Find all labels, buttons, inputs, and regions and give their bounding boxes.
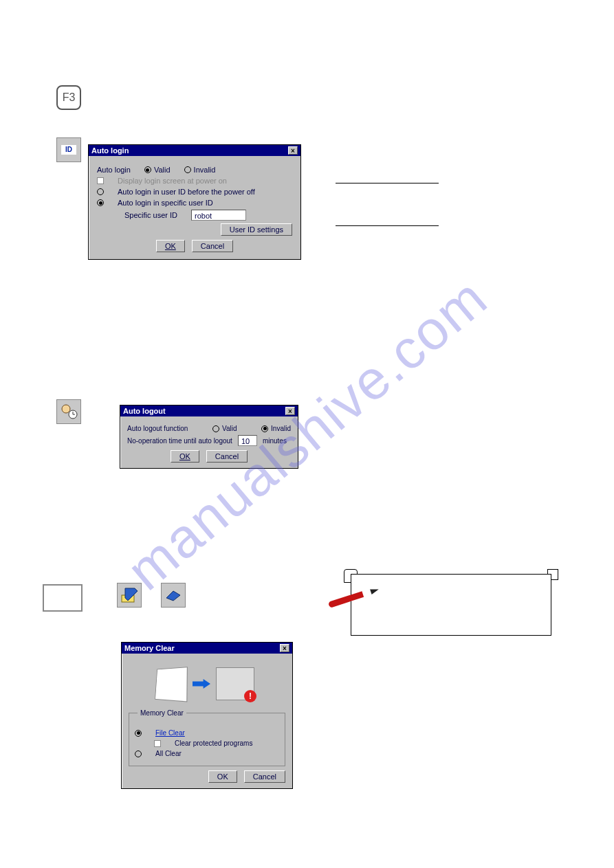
all-clear-radio[interactable] <box>135 750 142 757</box>
clear-protected-checkbox[interactable] <box>154 740 161 747</box>
svg-point-0 <box>62 405 70 413</box>
edit-config-icon <box>117 583 142 608</box>
specific-user-label: Auto login in specific user ID <box>118 199 213 207</box>
blank-panel-icon <box>43 584 83 612</box>
auto-login-label: Auto login <box>97 166 131 174</box>
id-icon-label: ID <box>61 145 76 155</box>
note-box <box>351 574 551 636</box>
invalid-radio[interactable] <box>261 425 268 432</box>
close-icon[interactable]: × <box>288 146 298 155</box>
memory-clear-illustration: ! <box>129 659 280 709</box>
user-id-settings-button[interactable]: User ID settings <box>221 223 292 236</box>
f3-key-icon: F3 <box>56 85 81 110</box>
before-poweroff-label: Auto login in user ID before the power o… <box>118 188 255 196</box>
valid-radio[interactable] <box>144 166 151 173</box>
close-icon[interactable]: × <box>280 644 289 652</box>
id-icon: ID <box>56 137 81 162</box>
ok-button[interactable]: OK <box>156 240 185 252</box>
ok-button[interactable]: OK <box>208 770 237 783</box>
display-poweron-checkbox <box>97 177 104 184</box>
invalid-label: Invalid <box>271 425 291 432</box>
close-icon[interactable]: × <box>285 407 295 415</box>
group-label: Memory Clear <box>138 709 186 717</box>
memory-clear-group: Memory Clear File Clear Clear protected … <box>129 713 285 766</box>
warning-icon: ! <box>244 690 256 702</box>
dialog-titlebar: Memory Clear × <box>122 643 292 654</box>
annotation-line <box>336 225 439 234</box>
file-clear-label[interactable]: File Clear <box>155 729 185 737</box>
controller-box-icon <box>155 667 188 702</box>
auto-logout-icon <box>56 399 81 424</box>
clear-protected-label: Clear protected programs <box>175 739 252 747</box>
display-poweron-label: Display login screen at power on <box>118 177 227 185</box>
specific-user-id-input[interactable]: robot <box>191 210 246 221</box>
all-clear-label: All Clear <box>155 750 182 757</box>
cancel-button[interactable]: Cancel <box>244 770 285 783</box>
arrow-right-icon <box>193 679 210 689</box>
clock-user-icon <box>59 402 78 421</box>
dialog-titlebar: Auto logout × <box>120 405 298 416</box>
auto-logout-dialog: Auto logout × Auto logout function Valid… <box>120 405 298 469</box>
valid-label: Valid <box>154 166 171 174</box>
minutes-label: minutes <box>263 437 287 445</box>
specific-user-id-label: Specific user ID <box>124 211 177 219</box>
dialog-titlebar: Auto login × <box>89 145 300 156</box>
cancel-button[interactable]: Cancel <box>192 240 233 252</box>
annotation-line <box>336 183 439 191</box>
dialog-title: Auto login <box>91 146 129 155</box>
ok-button[interactable]: OK <box>171 450 199 463</box>
before-poweroff-radio[interactable] <box>97 188 104 195</box>
auto-login-dialog: Auto login × Auto login Valid Invalid Di… <box>88 144 301 260</box>
svg-marker-6 <box>166 591 180 601</box>
valid-radio[interactable] <box>212 425 219 432</box>
noop-time-label: No-operation time until auto logout <box>127 437 232 445</box>
cancel-button[interactable]: Cancel <box>206 450 248 463</box>
memory-clear-dialog: Memory Clear × ! Memory Clear File Clear… <box>121 642 293 789</box>
file-clear-radio[interactable] <box>135 730 142 737</box>
eraser-icon <box>161 583 186 608</box>
dialog-title: Auto logout <box>123 407 166 415</box>
valid-label: Valid <box>222 425 237 432</box>
robot-file-icon: ! <box>216 667 254 700</box>
dialog-title: Memory Clear <box>124 644 175 652</box>
noop-time-input[interactable]: 10 <box>238 435 257 446</box>
invalid-radio[interactable] <box>184 166 191 173</box>
auto-logout-fn-label: Auto logout function <box>127 425 188 432</box>
specific-user-radio[interactable] <box>97 199 104 206</box>
invalid-label: Invalid <box>194 166 216 174</box>
